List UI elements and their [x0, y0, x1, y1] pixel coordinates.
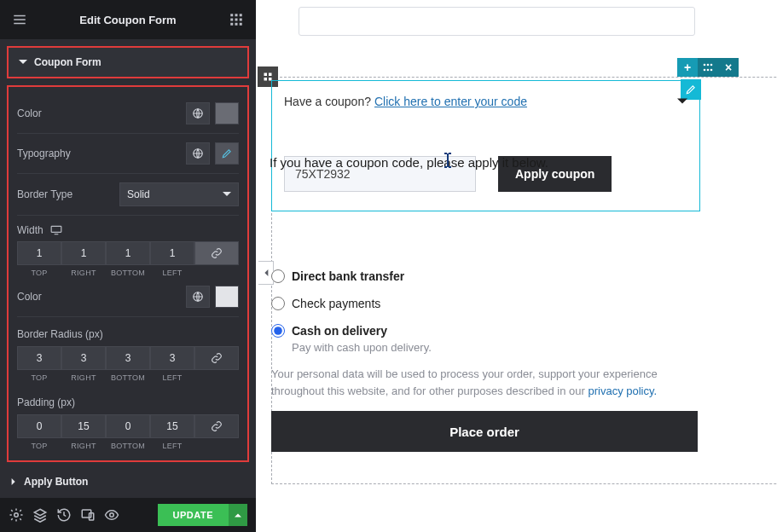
lbl-left: LEFT [150, 442, 194, 450]
lbl-bottom: BOTTOM [106, 269, 150, 277]
apps-grid-icon[interactable] [229, 12, 244, 27]
svg-rect-17 [264, 73, 268, 77]
padding-bottom[interactable] [106, 414, 150, 438]
control-color2: Color [17, 277, 239, 317]
pm1-label: Direct bank transfer [292, 269, 404, 283]
update-dropdown[interactable] [229, 504, 247, 526]
svg-rect-7 [235, 23, 238, 26]
label-color: Color [17, 107, 42, 119]
link-values-icon[interactable] [194, 346, 239, 370]
padding-left[interactable] [150, 414, 194, 438]
control-border-type: Border Type Solid [17, 174, 239, 216]
input-above[interactable] [299, 7, 695, 36]
gear-icon[interactable] [9, 507, 24, 523]
label-border-radius: Border Radius (px) [17, 328, 103, 340]
lbl-right: RIGHT [61, 442, 106, 450]
lbl-bottom: BOTTOM [106, 442, 150, 450]
close-icon[interactable]: × [718, 58, 739, 77]
pm-direct-bank[interactable]: Direct bank transfer [271, 263, 698, 290]
radio-direct-bank[interactable] [271, 269, 285, 283]
svg-rect-0 [230, 14, 233, 16]
coupon-toggle[interactable]: Have a coupon? Click here to enter your … [284, 95, 687, 108]
privacy-link[interactable]: privacy policy. [588, 385, 657, 397]
svg-point-23 [710, 64, 713, 66]
desktop-icon[interactable] [50, 225, 62, 235]
svg-rect-5 [240, 19, 242, 21]
globe-icon[interactable] [186, 286, 210, 308]
preview-canvas: + × Have a coupon? Click here to enter y… [256, 0, 777, 532]
layers-icon[interactable] [32, 507, 48, 523]
lbl-left: LEFT [150, 269, 194, 277]
border-type-select[interactable]: Solid [119, 182, 239, 206]
radius-top[interactable] [17, 346, 61, 370]
radio-check[interactable] [271, 297, 285, 310]
svg-point-22 [707, 64, 710, 66]
pm-check[interactable]: Check payments [271, 290, 698, 317]
svg-rect-2 [240, 14, 242, 16]
editor-sidebar: Edit Coupon Form Coupon Form Color Typog… [0, 0, 256, 532]
sub-section-label: Apply Button [24, 476, 88, 488]
coupon-link[interactable]: Click here to enter your code [374, 95, 527, 108]
drag-handle-icon[interactable] [698, 58, 718, 77]
svg-rect-4 [235, 19, 238, 21]
lbl-top: TOP [17, 269, 61, 277]
globe-icon[interactable] [186, 142, 210, 165]
border-type-value: Solid [127, 188, 150, 200]
svg-rect-6 [230, 23, 233, 26]
sidebar-title: Edit Coupon Form [79, 14, 176, 26]
control-color: Color [17, 94, 239, 134]
accordion-title: Coupon Form [34, 56, 101, 68]
update-main[interactable]: UPDATE [158, 504, 229, 526]
add-column-icon[interactable]: + [677, 58, 698, 77]
responsive-icon[interactable] [80, 507, 96, 523]
coupon-widget: Have a coupon? Click here to enter your … [271, 80, 700, 211]
radius-inputs: TOP RIGHT BOTTOM LEFT [17, 346, 239, 382]
label-width: Width [17, 224, 43, 236]
pm2-label: Check payments [292, 297, 380, 310]
padding-right[interactable] [61, 414, 106, 438]
width-bottom[interactable] [106, 241, 150, 265]
color-swatch[interactable] [215, 286, 239, 308]
pencil-icon[interactable] [215, 142, 239, 165]
accordion-apply-button[interactable]: Apply Button [0, 469, 256, 494]
svg-point-13 [14, 513, 19, 518]
pm3-desc: Pay with cash upon delivery. [292, 341, 698, 354]
width-left[interactable] [150, 241, 194, 265]
history-icon[interactable] [56, 507, 72, 523]
lbl-top: TOP [17, 373, 61, 382]
privacy-text: Your personal data will be used to proce… [271, 366, 698, 399]
svg-rect-18 [269, 73, 272, 77]
caret-down-icon [677, 96, 687, 107]
globe-icon[interactable] [186, 102, 210, 124]
text-cursor-icon [442, 152, 454, 169]
link-values-icon[interactable] [194, 414, 239, 438]
label-typography: Typography [17, 147, 71, 159]
caret-up-icon [235, 512, 241, 518]
padding-top[interactable] [17, 414, 61, 438]
width-inputs: TOP RIGHT BOTTOM LEFT [17, 241, 239, 277]
controls-panel: Color Typography Border Type Solid Width [7, 85, 249, 462]
accordion-coupon-form[interactable]: Coupon Form [7, 46, 249, 78]
svg-rect-3 [230, 19, 233, 21]
link-values-icon[interactable] [194, 241, 239, 265]
svg-point-21 [704, 64, 706, 66]
update-button[interactable]: UPDATE [158, 504, 247, 526]
place-order-button[interactable]: Place order [271, 411, 698, 452]
padding-inputs: TOP RIGHT BOTTOM LEFT [17, 414, 239, 450]
width-top[interactable] [17, 241, 61, 265]
color-swatch[interactable] [215, 102, 239, 124]
eye-icon[interactable] [104, 507, 119, 523]
radio-cod[interactable] [271, 324, 285, 338]
width-right[interactable] [61, 241, 106, 265]
svg-point-25 [707, 69, 710, 72]
radius-right[interactable] [61, 346, 106, 370]
radius-bottom[interactable] [106, 346, 150, 370]
radius-left[interactable] [150, 346, 194, 370]
pm3-label: Cash on delivery [292, 324, 387, 338]
svg-point-16 [110, 513, 114, 518]
caret-down-icon [223, 190, 231, 199]
hamburger-icon[interactable] [12, 12, 27, 27]
column-handle: + × [677, 58, 739, 77]
lbl-right: RIGHT [61, 373, 106, 382]
payment-methods: Direct bank transfer Check payments Cash… [271, 263, 698, 452]
